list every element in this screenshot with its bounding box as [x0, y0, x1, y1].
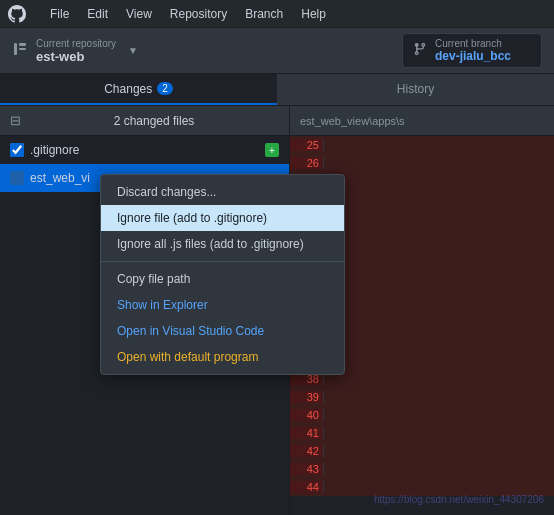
changes-badge: 2 [157, 82, 173, 95]
left-panel: ⊟ 2 changed files .gitignore + est_web_v… [0, 106, 290, 515]
line-num-41: 41 [290, 427, 324, 439]
line-num-44: 44 [290, 481, 324, 493]
menu-file[interactable]: File [42, 5, 77, 23]
menu-edit[interactable]: Edit [79, 5, 116, 23]
diff-line-26: 26 [290, 154, 554, 172]
file-item-gitignore[interactable]: .gitignore + [0, 136, 289, 164]
diff-line-39: 39 [290, 388, 554, 406]
collapse-button[interactable]: ⊟ [10, 113, 21, 128]
branch-name: dev-jialu_bcc [435, 49, 511, 63]
line-num-39: 39 [290, 391, 324, 403]
menu-items: File Edit View Repository Branch Help [42, 5, 334, 23]
line-num-26: 26 [290, 157, 324, 169]
svg-rect-1 [19, 43, 26, 46]
repo-info: Current repository est-web [36, 38, 116, 64]
diff-line-41: 41 [290, 424, 554, 442]
diff-file-path: est_web_view\apps\s [300, 115, 405, 127]
main-layout: ⊟ 2 changed files .gitignore + est_web_v… [0, 106, 554, 515]
branch-icon [413, 42, 427, 59]
tabs: Changes 2 History [0, 74, 554, 106]
github-logo-icon [8, 5, 26, 23]
file-name-gitignore: .gitignore [30, 143, 259, 157]
tab-changes-label: Changes [104, 82, 152, 96]
context-discard-changes[interactable]: Discard changes... [101, 179, 344, 205]
diff-line-42: 42 [290, 442, 554, 460]
context-open-default[interactable]: Open with default program [101, 344, 344, 370]
diff-line-25: 25 [290, 136, 554, 154]
context-ignore-file[interactable]: Ignore file (add to .gitignore) [101, 205, 344, 231]
branch-info: Current branch dev-jialu_bcc [435, 38, 511, 63]
line-num-40: 40 [290, 409, 324, 421]
current-repo-section[interactable]: Current repository est-web ▼ [12, 38, 402, 64]
repo-name: est-web [36, 49, 116, 64]
repo-icon [12, 41, 28, 61]
diff-header: est_web_view\apps\s [290, 106, 554, 136]
watermark: https://blog.csdn.net/weixin_44307206 [374, 494, 544, 505]
changed-files-count: 2 changed files [29, 114, 279, 128]
menu-view[interactable]: View [118, 5, 160, 23]
repo-header: Current repository est-web ▼ Current bra… [0, 28, 554, 74]
svg-rect-0 [14, 43, 17, 55]
line-num-25: 25 [290, 139, 324, 151]
svg-rect-2 [19, 48, 26, 50]
context-open-vscode[interactable]: Open in Visual Studio Code [101, 318, 344, 344]
menu-branch[interactable]: Branch [237, 5, 291, 23]
current-branch-label: Current branch [435, 38, 511, 49]
diff-line-43: 43 [290, 460, 554, 478]
line-num-42: 42 [290, 445, 324, 457]
context-separator-1 [101, 261, 344, 262]
menu-help[interactable]: Help [293, 5, 334, 23]
menu-repository[interactable]: Repository [162, 5, 235, 23]
tab-history[interactable]: History [277, 74, 554, 105]
repo-dropdown-arrow[interactable]: ▼ [124, 41, 142, 60]
diff-line-40: 40 [290, 406, 554, 424]
changed-files-header: ⊟ 2 changed files [0, 106, 289, 136]
current-repo-label: Current repository [36, 38, 116, 49]
line-num-43: 43 [290, 463, 324, 475]
context-show-explorer[interactable]: Show in Explorer [101, 292, 344, 318]
file-checkbox-gitignore[interactable] [10, 143, 24, 157]
tab-changes[interactable]: Changes 2 [0, 74, 277, 105]
file-icon-template [10, 171, 24, 185]
context-copy-path[interactable]: Copy file path [101, 266, 344, 292]
file-status-gitignore: + [265, 143, 279, 157]
current-branch-section[interactable]: Current branch dev-jialu_bcc [402, 33, 542, 68]
tab-history-label: History [397, 82, 434, 96]
context-ignore-js[interactable]: Ignore all .js files (add to .gitignore) [101, 231, 344, 257]
menu-bar: File Edit View Repository Branch Help [0, 0, 554, 28]
context-menu: Discard changes... Ignore file (add to .… [100, 174, 345, 375]
